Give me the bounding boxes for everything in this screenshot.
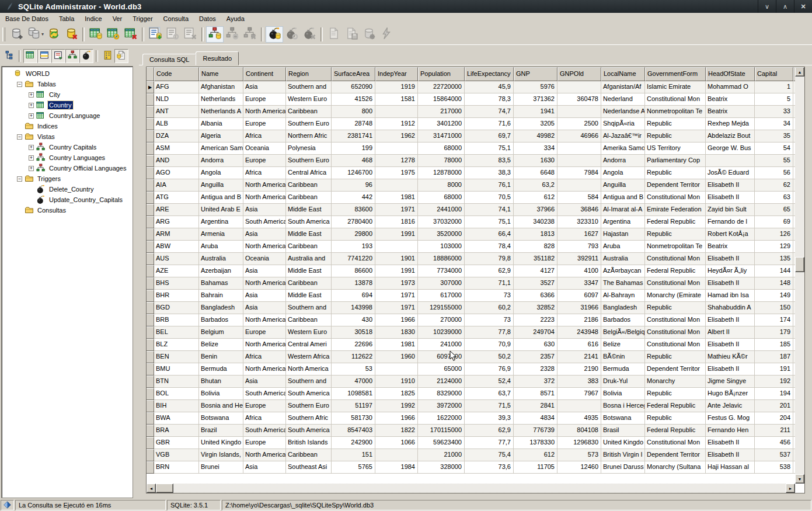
cell-indepYear[interactable] [375,363,418,376]
cell-capital[interactable]: 33 [755,106,793,118]
cell-headOfState[interactable]: Shahabuddin A [706,302,755,314]
cell-headOfState[interactable]: Ante Jelavic [706,400,755,412]
cell-lifeExpectancy[interactable]: 74,7 [465,106,514,118]
row-selector[interactable] [147,314,154,326]
cell-indepYear[interactable]: 1984 [375,461,418,474]
cell-region[interactable]: South America [286,216,332,228]
cell-indepYear[interactable]: 1975 [375,167,418,179]
cell-lifeExpectancy[interactable]: 79,8 [465,253,514,265]
cell-name[interactable]: Botswana [199,412,243,425]
cell-name[interactable]: Benin [199,351,243,363]
cell-name[interactable]: Belgium [199,326,243,339]
cell-name[interactable]: American Sam [199,142,243,155]
cell-name[interactable]: Argentina [199,216,243,228]
cell-capital[interactable]: 179 [755,326,793,339]
row-selector[interactable] [147,179,154,192]
cell-gnpOld[interactable]: 7967 [557,388,601,400]
row-selector[interactable] [147,216,154,228]
cell-code[interactable]: ABW [154,241,199,253]
cell-localName[interactable]: Australia [601,253,645,265]
cell-capital[interactable]: 129 [755,241,793,253]
cell-population[interactable]: 59623400 [418,437,465,449]
expand-icon[interactable]: + [29,145,34,150]
cell-governmentForm[interactable]: Republic [645,412,706,425]
cell-region[interactable]: Central Africa [286,167,332,179]
cell-gnpOld[interactable] [557,155,601,167]
cell-headOfState[interactable]: Zayid bin Sult [706,204,755,216]
cell-region[interactable]: Southern and [286,302,332,314]
cell-population[interactable]: 8000 [418,179,465,192]
cell-capital[interactable]: 185 [755,339,793,351]
cell-continent[interactable]: Asia [243,290,286,302]
column-header-capital[interactable]: Capital [755,67,793,81]
menu-indice[interactable]: Indice [79,14,107,23]
cell-lifeExpectancy[interactable]: 75,1 [465,216,514,228]
cell-surfaceArea[interactable]: 652090 [332,81,375,93]
row-selector[interactable] [147,290,154,302]
edit-query-button[interactable] [164,26,182,43]
cell-name[interactable]: Virgin Islands, [199,449,243,461]
cell-lifeExpectancy[interactable]: 60,2 [465,302,514,314]
cell-population[interactable]: 65000 [418,363,465,376]
column-header-governmentForm[interactable]: GovernmentForm [645,67,706,81]
cell-population[interactable]: 31471000 [418,130,465,142]
tree-item-triggers[interactable]: −Triggers [2,173,133,184]
expand-icon[interactable]: + [29,113,34,119]
cell-code[interactable]: VGB [154,449,199,461]
cell-localName[interactable]: British Virgin I [601,449,645,461]
cell-capital[interactable]: 456 [755,437,793,449]
cell-population[interactable]: 1622000 [418,412,465,425]
cell-region[interactable]: Northern Afric [286,130,332,142]
cell-name[interactable]: Netherlands A [199,106,243,118]
cell-capital[interactable]: 192 [755,376,793,388]
cell-continent[interactable]: North America [243,314,286,326]
row-selector[interactable] [147,204,154,216]
cell-region[interactable]: Caribbean [286,179,332,192]
cell-headOfState[interactable]: Beatrix [706,93,755,106]
scroll-right-button[interactable]: ► [786,484,795,493]
cell-governmentForm[interactable]: Federal Republic [645,265,706,277]
row-selector[interactable] [147,400,154,412]
cell-localName[interactable]: Bolivia [601,388,645,400]
cell-governmentForm[interactable]: Republic [645,388,706,400]
cell-gnp[interactable]: 1378330 [514,437,557,449]
edit-table-button[interactable] [104,26,122,43]
cell-code[interactable]: ARE [154,204,199,216]
cell-name[interactable]: Bhutan [199,376,243,388]
cell-capital[interactable]: 62 [755,179,793,192]
cell-population[interactable]: 68000 [418,142,465,155]
cell-name[interactable]: Angola [199,167,243,179]
cell-governmentForm[interactable]: Federal Republic [645,425,706,437]
row-selector[interactable] [147,376,154,388]
cell-surfaceArea[interactable]: 41526 [332,93,375,106]
cell-lifeExpectancy[interactable]: 77,8 [465,326,514,339]
cell-code[interactable]: BRN [154,461,199,474]
cell-localName[interactable]: Brasil [601,425,645,437]
row-selector[interactable] [147,118,154,130]
cell-gnp[interactable]: 2328 [514,363,557,376]
cell-continent[interactable]: Asia [243,228,286,241]
cell-population[interactable]: 18886000 [418,253,465,265]
row-selector[interactable] [147,339,154,351]
cell-gnp[interactable]: 37966 [514,204,557,216]
row-selector[interactable] [147,277,154,290]
cell-headOfState[interactable]: Hamad ibn Isa [706,290,755,302]
cell-gnpOld[interactable]: 3347 [557,277,601,290]
expand-icon[interactable]: + [29,155,34,161]
cell-gnpOld[interactable]: 804108 [557,425,601,437]
horizontal-scroll-thumb[interactable] [156,484,173,493]
cell-surfaceArea[interactable]: 1246700 [332,167,375,179]
cell-governmentForm[interactable]: Republic [645,228,706,241]
cell-lifeExpectancy[interactable]: 73 [465,314,514,326]
cell-surfaceArea[interactable]: 13878 [332,277,375,290]
delete-trigger-button[interactable] [301,26,318,43]
cell-gnp[interactable]: 828 [514,241,557,253]
cell-surfaceArea[interactable]: 28748 [332,118,375,130]
cell-continent[interactable]: Europe [243,155,286,167]
cell-localName[interactable]: Botswana [601,412,645,425]
cell-surfaceArea[interactable]: 8547403 [332,425,375,437]
cell-code[interactable]: ANT [154,106,199,118]
cell-code[interactable]: AND [154,155,199,167]
cell-population[interactable]: 2441000 [418,204,465,216]
cell-continent[interactable]: North America [243,339,286,351]
